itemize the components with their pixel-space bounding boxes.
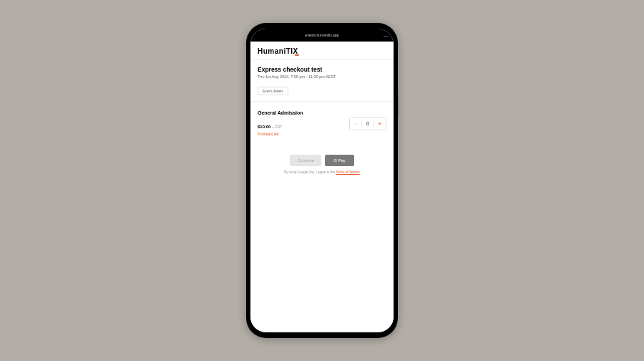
event-title: Express checkout test <box>258 66 386 73</box>
terms-text: By using Google Pay, I agree to the Term… <box>258 170 386 174</box>
ticket-name: General Admission <box>258 110 349 115</box>
google-pay-button[interactable]: G Pay <box>325 155 354 166</box>
phone-screen: events.humanitix.app ⋯ HumaniTIX Express… <box>250 29 394 332</box>
ticket-price: $10.00 <box>258 125 270 129</box>
checkout-section: Continue G Pay By using Google Pay, I ag… <box>250 145 394 178</box>
logo-text: HumaniTIX <box>258 47 298 55</box>
event-section: Express checkout test Thu 1st Aug 2024, … <box>250 60 394 102</box>
quantity-increase-button[interactable]: + <box>374 118 386 130</box>
ticket-info: General Admission $10.00 + GST 8 ticket(… <box>258 110 349 136</box>
google-pay-label: G Pay <box>333 158 346 163</box>
browser-url: events.humanitix.app <box>305 33 338 37</box>
page-content: HumaniTIX Express checkout test Thu 1st … <box>250 42 394 332</box>
ticket-price-line: $10.00 + GST <box>258 118 349 131</box>
quantity-stepper: − 0 + <box>349 117 386 130</box>
browser-menu-icon[interactable]: ⋯ <box>384 33 388 38</box>
terms-prefix: By using Google Pay, I agree to the <box>284 170 336 174</box>
continue-button[interactable]: Continue <box>290 155 321 166</box>
browser-bar: events.humanitix.app ⋯ <box>250 29 394 42</box>
event-details-button[interactable]: Event details <box>258 87 288 95</box>
ticket-remaining: 8 ticket(s) left <box>258 132 349 136</box>
checkout-button-row: Continue G Pay <box>258 155 386 166</box>
header: HumaniTIX <box>250 42 394 60</box>
quantity-value: 0 <box>361 118 374 130</box>
quantity-decrease-button[interactable]: − <box>350 118 361 130</box>
phone-side-button <box>398 95 399 116</box>
ticket-gst: + GST <box>270 125 282 129</box>
ticket-section: General Admission $10.00 + GST 8 ticket(… <box>250 102 394 145</box>
terms-of-service-link[interactable]: Terms of Service <box>336 170 360 174</box>
logo: HumaniTIX <box>258 47 386 55</box>
phone-frame: events.humanitix.app ⋯ HumaniTIX Express… <box>246 23 398 338</box>
event-datetime: Thu 1st Aug 2024, 7:00 pm - 11:00 pm AES… <box>258 74 386 79</box>
ticket-row: General Admission $10.00 + GST 8 ticket(… <box>258 110 386 136</box>
